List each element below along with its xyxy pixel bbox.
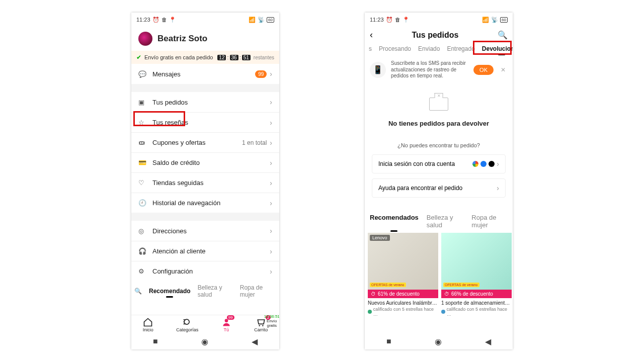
ok-button[interactable]: OK xyxy=(473,65,494,75)
chevron-right-icon: › xyxy=(270,179,272,187)
history-icon: 🕘 xyxy=(138,199,146,207)
phone-account-screen: 11:23 ⏰ 🗑 📍 📶 📡 60 Beatriz Soto ✔ Envío … xyxy=(131,13,279,349)
tab-belleza[interactable]: Belleza y salud xyxy=(427,214,464,229)
chevron-right-icon: › xyxy=(270,70,272,78)
badge: 99 xyxy=(255,70,267,78)
back-nav-icon[interactable]: ◀ xyxy=(252,337,258,346)
status-time: 11:23 xyxy=(136,17,150,23)
menu-mensajes[interactable]: 💬 Mensajes 99› xyxy=(131,64,279,84)
chevron-right-icon: › xyxy=(497,184,499,192)
apple-icon xyxy=(489,161,495,167)
chevron-right-icon: › xyxy=(270,199,272,207)
tab-procesando[interactable]: Procesando xyxy=(379,45,411,52)
battery-icon: 60 xyxy=(267,17,274,23)
chevron-right-icon: › xyxy=(270,267,272,276)
login-other-account[interactable]: Inicia sesión con otra cuenta › xyxy=(372,154,506,173)
profile-name: Beatriz Soto xyxy=(157,34,207,44)
rec-tabs: Recomendados Belleza y salud Ropa de muj… xyxy=(365,209,513,233)
menu-cupones[interactable]: 🎟 Cupones y ofertas 1 en total› xyxy=(131,132,279,152)
chevron-right-icon: › xyxy=(270,98,272,106)
home-icon xyxy=(143,317,153,327)
recent-icon[interactable]: ■ xyxy=(386,337,391,346)
menu-historial[interactable]: 🕘 Historial de navegación › xyxy=(131,193,279,213)
google-icon xyxy=(472,161,478,167)
tab-enviado[interactable]: Enviado xyxy=(418,45,440,52)
alarm-icon: ⏰ xyxy=(386,17,393,23)
credit-icon: 💳 xyxy=(138,159,146,166)
menu-direcciones[interactable]: ◎ Direcciones › xyxy=(131,221,279,241)
menu-pedidos[interactable]: ▣ Tus pedidos › xyxy=(131,92,279,112)
tab-recomendado[interactable]: Recomendado xyxy=(149,288,191,295)
check-icon: ✔ xyxy=(136,54,141,61)
empty-title: No tienes pedidos para devolver xyxy=(388,120,489,127)
tab-recomendados[interactable]: Recomendados xyxy=(370,214,419,229)
product-card[interactable]: OFERTAS de verano ⏱66% de descuento 1 so… xyxy=(441,233,512,317)
tab-devoluciones[interactable]: Devoluciones xyxy=(482,45,513,52)
gear-icon: ⚙ xyxy=(138,267,146,275)
phone-orders-screen: 11:23 ⏰ 🗑 📍 📶 📡 60 ‹ Tus pedidos 🔍 s Pro… xyxy=(365,13,513,349)
location-icon: 📍 xyxy=(169,17,176,23)
sms-text: Suscríbete a los SMS para recibir actual… xyxy=(391,60,468,79)
phone-sms-icon: 📱 xyxy=(370,62,386,78)
ofertas-badge: OFERTAS de verano xyxy=(370,283,406,287)
chevron-right-icon: › xyxy=(497,160,499,168)
chevron-right-icon: › xyxy=(270,247,272,255)
back-nav-icon[interactable]: ◀ xyxy=(485,337,491,346)
product-rating: calificado con 5 estrellas hace … xyxy=(441,307,512,317)
chevron-right-icon: › xyxy=(270,119,272,127)
search-icon[interactable]: 🔍 xyxy=(134,288,142,295)
envio-timer: 12:36:51Envío gratis xyxy=(262,314,279,328)
close-icon[interactable]: ✕ xyxy=(499,66,508,73)
chevron-right-icon: › xyxy=(270,139,272,147)
facebook-icon xyxy=(480,161,487,167)
recent-icon[interactable]: ■ xyxy=(153,337,158,346)
bb-tu[interactable]: 99 Tú xyxy=(221,317,231,332)
categories-icon xyxy=(182,317,192,327)
product-title: 1 soporte de almacenamiento… xyxy=(441,300,512,306)
tab-ropa[interactable]: Ropa de mujer xyxy=(471,214,508,229)
menu-atencion[interactable]: 🎧 Atención al cliente › xyxy=(131,241,279,261)
shipping-banner[interactable]: ✔ Envío gratis en cada pedido 12: 36: 51… xyxy=(131,51,279,64)
wifi-icon: 📡 xyxy=(491,17,498,23)
home-nav-icon[interactable]: ◉ xyxy=(201,337,208,346)
search-icon[interactable]: 🔍 xyxy=(498,30,508,40)
tab-ropa[interactable]: Ropa de mujer xyxy=(240,284,274,298)
help-find-order[interactable]: Ayuda para encontrar el pedido › xyxy=(372,178,506,198)
product-title: Nuevos Auriculares Inalámbri… xyxy=(368,300,438,306)
back-icon[interactable]: ‹ xyxy=(370,30,373,40)
sms-banner: 📱 Suscríbete a los SMS para recibir actu… xyxy=(365,56,513,83)
bb-inicio[interactable]: Inicio xyxy=(143,317,153,332)
menu-tiendas[interactable]: ♡ Tiendas seguidas › xyxy=(131,172,279,193)
profile-header[interactable]: Beatriz Soto xyxy=(131,27,279,51)
bottombar: Inicio Categorías 99 Tú 2 12:36:51Envío … xyxy=(131,315,279,349)
alarm-icon: ⏰ xyxy=(152,17,159,23)
bb-carrito[interactable]: 2 12:36:51Envío gratis Carrito xyxy=(254,317,268,332)
statusbar: 11:23 ⏰ 🗑 📍 📶 📡 60 xyxy=(365,13,513,27)
ofertas-badge: OFERTAS de verano xyxy=(443,283,479,287)
order-tabs: s Procesando Enviado Entregado Devolucio… xyxy=(365,43,513,56)
statusbar: 11:23 ⏰ 🗑 📍 📶 📡 60 xyxy=(131,13,279,27)
tab-partial[interactable]: s xyxy=(369,45,372,52)
empty-state: No tienes pedidos para devolver ¿No pued… xyxy=(365,83,513,209)
menu-config[interactable]: ⚙ Configuración › xyxy=(131,261,279,281)
chat-icon: 💬 xyxy=(138,70,146,78)
svg-point-4 xyxy=(224,319,228,322)
tab-belleza[interactable]: Belleza y salud xyxy=(198,284,233,298)
svg-point-5 xyxy=(259,325,260,326)
trash-icon: 🗑 xyxy=(162,17,167,23)
tab-entregado[interactable]: Entregado xyxy=(447,45,474,52)
coupon-icon: 🎟 xyxy=(138,139,146,146)
reviews-icon: ☆ xyxy=(138,119,146,126)
menu-resenas[interactable]: ☆ Tus reseñas › xyxy=(131,112,279,132)
bb-categorias[interactable]: Categorías xyxy=(176,317,198,332)
product-card[interactable]: Lenovo OFERTAS de verano ⏱61% de descuen… xyxy=(368,233,438,317)
home-nav-icon[interactable]: ◉ xyxy=(435,337,442,346)
avatar[interactable] xyxy=(138,32,152,46)
headset-icon: 🎧 xyxy=(138,247,146,255)
android-navbar: ■ ◉ ◀ xyxy=(365,333,513,349)
trash-icon: 🗑 xyxy=(395,17,400,23)
discount-strip: ⏱61% de descuento xyxy=(368,290,438,298)
discount-strip: ⏱66% de descuento xyxy=(441,290,512,298)
brand-tag: Lenovo xyxy=(370,235,390,241)
menu-saldo[interactable]: 💳 Saldo de crédito › xyxy=(131,152,279,172)
